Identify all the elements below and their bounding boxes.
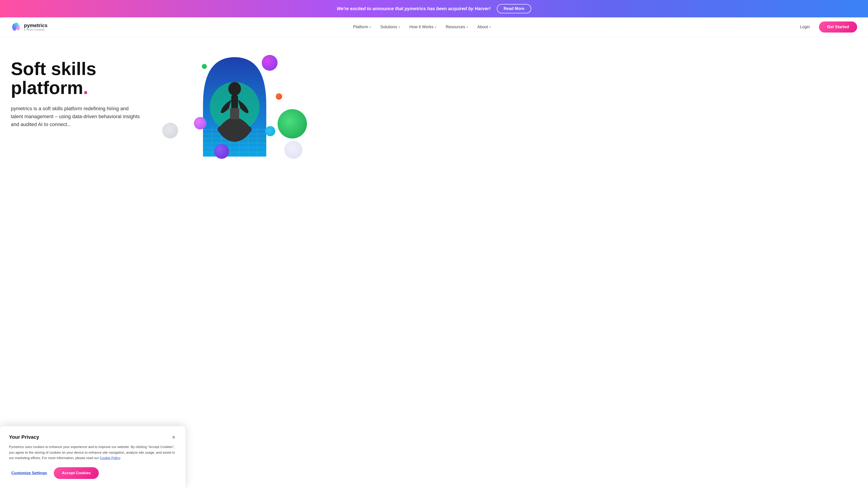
svg-rect-19 xyxy=(230,108,239,119)
svg-point-2 xyxy=(16,25,20,30)
logo-icon xyxy=(11,22,22,33)
orb-purple xyxy=(262,55,278,71)
nav-right: Login Get Started xyxy=(796,22,857,33)
nav-links: Platform ▾ Solutions ▾ How It Works ▾ Re… xyxy=(340,22,504,32)
nav-item-resources[interactable]: Resources ▾ xyxy=(442,22,472,32)
chevron-down-icon: ▾ xyxy=(370,26,371,29)
logo-name: pymetrics xyxy=(24,23,48,28)
get-started-button[interactable]: Get Started xyxy=(819,22,857,33)
announcement-text: We're excited to announce that pymetrics… xyxy=(337,6,491,11)
hero-content: Soft skills platform. pymetrics is a sof… xyxy=(11,51,169,129)
orb-orange-red xyxy=(276,93,282,100)
hero-subtitle: pymetrics is a soft skills platform rede… xyxy=(11,105,142,129)
login-button[interactable]: Login xyxy=(796,22,813,32)
nav-item-solutions[interactable]: Solutions ▾ xyxy=(376,22,404,32)
chevron-down-icon: ▾ xyxy=(489,26,491,29)
read-more-button[interactable]: Read More xyxy=(497,4,531,13)
chevron-down-icon: ▾ xyxy=(435,26,436,29)
navbar: pymetrics a Harver Company Platform ▾ So… xyxy=(0,18,868,37)
logo-subtitle: a Harver Company xyxy=(24,29,48,31)
hero-title: Soft skills platform. xyxy=(11,59,169,97)
hero-section: Soft skills platform. pymetrics is a sof… xyxy=(0,37,868,186)
orb-blue-cyan xyxy=(265,126,275,136)
announcement-banner: We're excited to announce that pymetrics… xyxy=(0,0,868,18)
orb-pink-left xyxy=(194,117,206,129)
orb-white-bottom-right xyxy=(284,141,303,159)
arch-background xyxy=(196,53,273,157)
logo[interactable]: pymetrics a Harver Company xyxy=(11,22,48,33)
chevron-down-icon: ▾ xyxy=(399,26,400,29)
nav-item-about[interactable]: About ▾ xyxy=(473,22,495,32)
orb-purple-bottom xyxy=(214,144,229,159)
orb-green-small xyxy=(202,64,207,69)
hero-dot: . xyxy=(83,78,88,98)
orb-green-large xyxy=(278,109,307,138)
nav-item-how-it-works[interactable]: How It Works ▾ xyxy=(405,22,440,32)
chevron-down-icon: ▾ xyxy=(467,26,468,29)
orb-gray-left xyxy=(162,123,178,138)
svg-point-16 xyxy=(228,82,241,96)
svg-rect-17 xyxy=(231,95,238,109)
nav-item-platform[interactable]: Platform ▾ xyxy=(349,22,375,32)
hero-illustration xyxy=(169,46,300,177)
